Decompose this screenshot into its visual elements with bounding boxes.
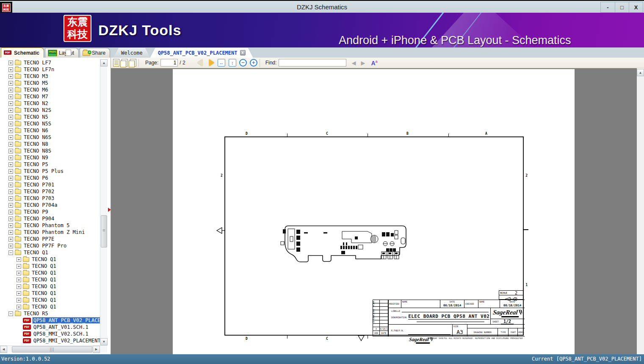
tree-item[interactable]: +TECNO P703: [0, 195, 100, 202]
scroll-right-icon[interactable]: ►: [93, 346, 100, 353]
tree-item[interactable]: PDFQP58_ANT_V01.SCH.1: [0, 324, 100, 331]
expand-icon[interactable]: +: [8, 122, 13, 126]
tree-item[interactable]: +TECNO Q1: [0, 290, 100, 297]
tree-item[interactable]: +TECNO LF7: [0, 59, 100, 66]
tree-item[interactable]: +TECNO P6: [0, 175, 100, 181]
expand-icon[interactable]: +: [8, 244, 13, 248]
expand-icon[interactable]: +: [17, 284, 21, 289]
tree-item[interactable]: +TECNO M6: [0, 86, 100, 93]
expand-icon[interactable]: +: [17, 264, 21, 269]
tree-item[interactable]: +TECNO N6: [0, 127, 100, 134]
expand-icon[interactable]: +: [17, 278, 21, 282]
doc-tab-welcome[interactable]: Welcome: [113, 48, 150, 58]
expand-icon[interactable]: +: [8, 196, 13, 201]
expand-icon[interactable]: +: [8, 101, 13, 106]
tree-item[interactable]: −TECNO Q1: [0, 249, 100, 256]
next-page-icon[interactable]: [209, 59, 214, 66]
expand-icon[interactable]: +: [8, 183, 13, 187]
tree-item[interactable]: +TECNO P9: [0, 208, 100, 215]
tree-item[interactable]: +TECNO LF7n: [0, 66, 100, 73]
scroll-up-icon[interactable]: ▲: [100, 59, 108, 67]
tree-item[interactable]: +TECNO N5: [0, 114, 100, 120]
find-next-icon[interactable]: ▶: [361, 60, 365, 66]
tree-item[interactable]: +TECNO N2S: [0, 107, 100, 114]
fit-width-icon[interactable]: ↔: [218, 59, 225, 67]
expand-icon[interactable]: +: [8, 223, 13, 228]
previous-page-icon[interactable]: [197, 59, 202, 66]
snapshot-icon[interactable]: [113, 59, 119, 67]
tree-item[interactable]: +TECNO M3: [0, 73, 100, 80]
maximize-button[interactable]: □: [615, 2, 629, 12]
collapse-icon[interactable]: −: [8, 311, 13, 316]
expand-icon[interactable]: +: [8, 135, 13, 140]
tree-item[interactable]: +TECNO Q1: [0, 283, 100, 290]
tab-schematic[interactable]: PDF Schematic: [1, 47, 44, 58]
expand-icon[interactable]: +: [8, 94, 13, 99]
tree-item[interactable]: +TECNO Q1: [0, 256, 100, 263]
scroll-down-icon[interactable]: ▼: [100, 338, 108, 345]
tree-item[interactable]: +TECNO P904: [0, 215, 100, 222]
tree-item[interactable]: +TECNO Q1: [0, 303, 100, 310]
expand-icon[interactable]: +: [8, 108, 13, 113]
sidebar-vertical-scrollbar[interactable]: ▲ ▼: [100, 59, 107, 345]
tree-item[interactable]: +TECNO P701: [0, 181, 100, 188]
tree-item[interactable]: +TECNO PP7F Pro: [0, 242, 100, 249]
tree-item[interactable]: +TECNO N8: [0, 141, 100, 147]
viewer-vertical-scrollbar[interactable]: ▲: [637, 68, 644, 354]
tree-item[interactable]: +TECNO PP7E: [0, 236, 100, 242]
tree-item[interactable]: −TECNO R5: [0, 310, 100, 317]
expand-icon[interactable]: +: [8, 176, 13, 181]
scroll-up-icon[interactable]: ▲: [637, 69, 644, 76]
tree-item[interactable]: +TECNO P704a: [0, 202, 100, 208]
expand-icon[interactable]: +: [8, 149, 13, 153]
tree-item[interactable]: PDFQP58_MMI_V02_PLACEMENT: [0, 337, 100, 344]
fit-page-icon[interactable]: ↕: [229, 59, 236, 67]
tree-item[interactable]: +TECNO N9: [0, 154, 100, 161]
tree-item[interactable]: +TECNO N8S: [0, 147, 100, 154]
expand-icon[interactable]: +: [8, 74, 13, 79]
doc-tab-current[interactable]: QP58_ANT_PCB_V02_PLACEMENT x: [150, 48, 253, 58]
tree-item[interactable]: +TECNO N6S: [0, 134, 100, 141]
tree-item[interactable]: +TECNO Q1: [0, 276, 100, 283]
expand-icon[interactable]: +: [8, 237, 13, 242]
tree-item[interactable]: +TECNO Phantom 5: [0, 222, 100, 229]
tree-item[interactable]: +TECNO Q1: [0, 297, 100, 303]
tree-item[interactable]: +TECNO P5 Plus: [0, 168, 100, 175]
expand-icon[interactable]: +: [8, 142, 13, 147]
find-previous-icon[interactable]: ◀: [351, 60, 356, 66]
expand-icon[interactable]: +: [8, 61, 13, 65]
expand-icon[interactable]: +: [17, 305, 21, 309]
tree-item[interactable]: +TECNO Q1: [0, 270, 100, 276]
find-input[interactable]: [279, 59, 346, 67]
expand-icon[interactable]: +: [8, 230, 13, 235]
tree-item[interactable]: +TECNO P5: [0, 161, 100, 168]
tree-item[interactable]: PDFQP58_MMI_V02.SCH.1: [0, 331, 100, 337]
expand-icon[interactable]: +: [8, 169, 13, 174]
tree-item[interactable]: +TECNO Phantom Z Mini: [0, 229, 100, 236]
tree-item[interactable]: +TECNO P702: [0, 188, 100, 195]
expand-icon[interactable]: +: [8, 156, 13, 160]
expand-icon[interactable]: +: [17, 257, 21, 262]
tree-item[interactable]: PDFQP58_ANT_PCB_V02_PLACEMENT: [0, 317, 100, 324]
expand-icon[interactable]: +: [17, 291, 21, 296]
expand-icon[interactable]: +: [8, 115, 13, 119]
scrollbar-thumb[interactable]: |||: [12, 346, 92, 353]
expand-icon[interactable]: +: [17, 271, 21, 275]
splitter-collapse-arrow-icon[interactable]: [108, 208, 111, 212]
expand-icon[interactable]: +: [17, 298, 21, 303]
close-tab-icon[interactable]: x: [240, 50, 246, 56]
collapse-icon[interactable]: −: [8, 250, 13, 255]
expand-icon[interactable]: +: [8, 162, 13, 167]
expand-icon[interactable]: +: [8, 67, 13, 72]
scrollbar-thumb[interactable]: [101, 215, 107, 247]
expand-icon[interactable]: +: [8, 189, 13, 194]
expand-icon[interactable]: +: [8, 217, 13, 221]
tree-item[interactable]: +TECNO M7: [0, 93, 100, 100]
expand-icon[interactable]: +: [8, 210, 13, 214]
expand-icon[interactable]: +: [8, 88, 13, 92]
tree-item[interactable]: +TECNO Q1: [0, 263, 100, 270]
tab-layout[interactable]: PADS Layout: [45, 48, 79, 58]
tab-share[interactable]: Share: [80, 48, 110, 58]
expand-icon[interactable]: +: [8, 128, 13, 133]
page-input[interactable]: [160, 59, 178, 67]
